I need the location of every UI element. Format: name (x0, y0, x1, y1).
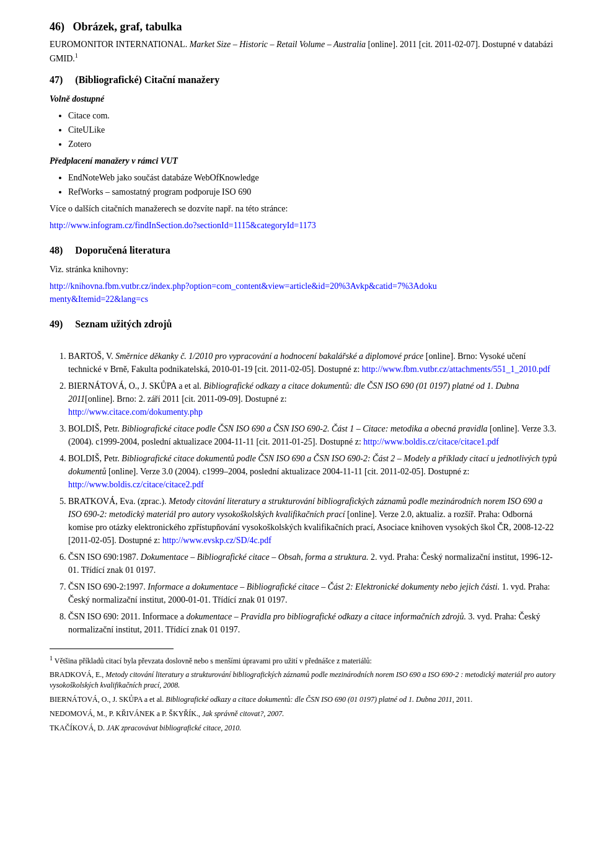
list-item: RefWorks – samostatný program podporuje … (68, 185, 558, 198)
reference-item: BIERNÁTOVÁ, O., J. SKŮPA a et al. Biblio… (68, 379, 558, 418)
list-item: Zotero (68, 138, 558, 151)
footnote-tkacikova-italic: JAK zpracovávat bibliografické citace, 2… (107, 724, 241, 732)
section-46-title: 46) Obrázek, graf, tabulka (50, 19, 558, 35)
ref-link[interactable]: http://www.fbm.vutbr.cz/attachments/551_… (362, 365, 550, 374)
list-item: EndNoteWeb jako součást databáze WebOfKn… (68, 171, 558, 184)
ref-link[interactable]: http://www.citace.com/dokumenty.php (68, 407, 203, 417)
infogram-link[interactable]: http://www.infogram.cz/findInSection.do?… (50, 221, 316, 230)
ref-title: Bibliografické odkazy a citace dokumentů… (68, 381, 519, 404)
ref-link[interactable]: http://www.evskp.cz/SD/4c.pdf (162, 536, 271, 545)
ref-title: Metody citování literatury a strukturová… (68, 497, 543, 519)
library-link[interactable]: http://knihovna.fbm.vutbr.cz/index.php?o… (50, 281, 437, 304)
reference-item: BOLDIŠ, Petr. Bibliografické citace doku… (68, 452, 558, 491)
library-link-container: http://knihovna.fbm.vutbr.cz/index.php?o… (50, 280, 558, 306)
section-49: 49) Seznam užitých zdrojů BARTOŠ, V. Smě… (50, 317, 558, 636)
section-47-heading: (Bibliografické) Citační manažery (75, 73, 219, 87)
footnote-nedomova-italic: Jak správně citovat?, 2007. (202, 709, 284, 718)
footnote-divider (50, 649, 174, 649)
reference-item: ČSN ISO 690-2:1997. Informace a dokument… (68, 580, 558, 606)
ref-title: Bibliografické citace podle ČSN ISO 690 … (121, 424, 487, 433)
reference-item: ČSN ISO 690: 2011. Informace a dokumenta… (68, 610, 558, 636)
section-48-number: 48) (50, 243, 63, 258)
section-48-heading-row: 48) Doporučená literatura (50, 243, 558, 258)
vut-tools-list: EndNoteWeb jako součást databáze WebOfKn… (68, 171, 558, 198)
list-item: CiteULike (68, 123, 558, 136)
ref-title: Bibliografické citace dokumentů podle ČS… (68, 454, 557, 476)
viz-text: Viz. stránka knihovny: (50, 263, 558, 276)
section-49-heading: Seznam užitých zdrojů (75, 317, 172, 332)
ref-link[interactable]: http://www.boldis.cz/citace/citace2.pdf (68, 480, 204, 489)
free-tools-list: Citace com. CiteULike Zotero (68, 109, 558, 151)
list-item: Citace com. (68, 109, 558, 122)
footnote-tkacikova: TKAČÍKOVÁ, D. JAK zpracovávat bibliograf… (50, 723, 558, 733)
reference-item: ČSN ISO 690:1987. Dokumentace – Bibliogr… (68, 551, 558, 577)
footnote-bradkova: BRADKOVÁ, E., Metody citování literatury… (50, 670, 558, 691)
section-46: 46) Obrázek, graf, tabulka EUROMONITOR I… (50, 19, 558, 65)
predplaceni-label: Předplacení manažery v rámci VUT (50, 154, 558, 167)
footnote-biernátová-italic: Bibliografické odkazy a citace dokumentů… (165, 695, 454, 704)
ref-title: Směrnice děkanky č. 1/2010 pro vypracová… (115, 352, 423, 361)
footnote-nedomova: NEDOMOVÁ, M., P. KŘIVÁNEK a P. ŠKYŘÍK., … (50, 709, 558, 719)
footnotes-section: 1 Většina příkladů citací byla převzata … (50, 654, 558, 733)
infogram-link-container: http://www.infogram.cz/findInSection.do?… (50, 219, 558, 232)
footnote-1-text: 1 Většina příkladů citací byla převzata … (50, 654, 558, 666)
references-list: BARTOŠ, V. Směrnice děkanky č. 1/2010 pr… (68, 350, 558, 636)
reference-item: BRATKOVÁ, Eva. (zprac.). Metody citování… (68, 495, 558, 547)
section-48-heading: Doporučená literatura (75, 243, 170, 258)
section-47-number: 47) (50, 73, 63, 87)
ref-title: Dokumentace – Bibliografické citace – Ob… (141, 552, 369, 562)
footnote-bradkova-italic: Metody citování literatury a strukturová… (50, 670, 555, 689)
section-47-heading-row: 47) (Bibliografické) Citační manažery (50, 73, 558, 87)
section-46-text: EUROMONITOR INTERNATIONAL. Market Size –… (50, 38, 558, 65)
more-info-text: Více o dalších citačních manažerech se d… (50, 202, 558, 215)
ref-title: dokumentace – Pravidla pro bibliografick… (186, 612, 466, 621)
section-49-number: 49) (50, 317, 63, 332)
volne-dostupne-label: Volně dostupné (50, 92, 558, 105)
section-47: 47) (Bibliografické) Citační manažery Vo… (50, 73, 558, 232)
reference-item: BOLDIŠ, Petr. Bibliografické citace podl… (68, 422, 558, 448)
section-46-title-italic: Market Size – Historic – Retail Volume –… (190, 40, 366, 49)
reference-item: BARTOŠ, V. Směrnice děkanky č. 1/2010 pr… (68, 350, 558, 376)
section-49-heading-row: 49) Seznam užitých zdrojů (50, 317, 558, 332)
footnote-ref-1: 1 (75, 52, 78, 59)
footnote-biernátová: BIERNÁTOVÁ, O., J. SKŮPA a et al. Biblio… (50, 694, 558, 705)
footnote-1-superscript: 1 (50, 655, 53, 662)
section-48: 48) Doporučená literatura Viz. stránka k… (50, 243, 558, 306)
ref-title: Informace a dokumentace – Bibliografické… (148, 582, 500, 591)
ref-link[interactable]: http://www.boldis.cz/citace/citace1.pdf (363, 437, 499, 446)
